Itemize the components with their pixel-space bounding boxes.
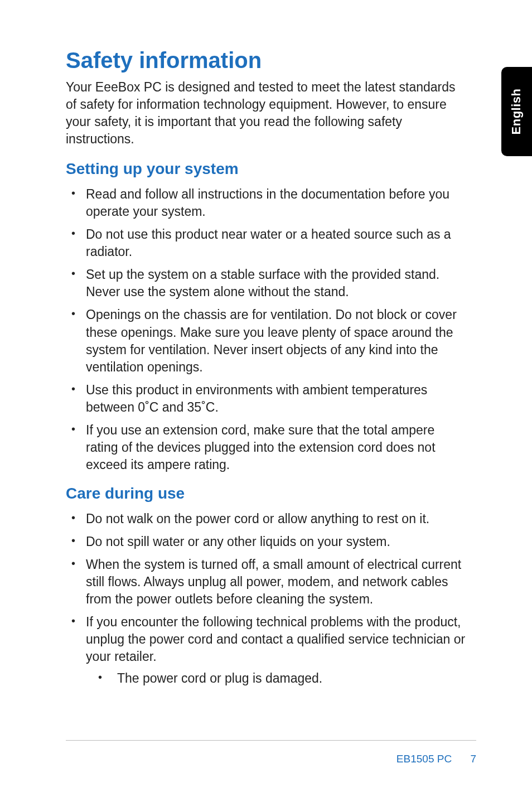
footer-model: EB1505 PC xyxy=(396,753,452,765)
page-title: Safety information xyxy=(66,48,466,73)
page-footer: EB1505 PC 7 xyxy=(66,740,476,765)
list-item: Openings on the chassis are for ventilat… xyxy=(66,306,466,375)
care-sublist: The power cord or plug is damaged. xyxy=(86,670,466,687)
intro-paragraph: Your EeeBox PC is designed and tested to… xyxy=(66,79,466,148)
setup-list: Read and follow all instructions in the … xyxy=(66,186,466,474)
footer-page-number: 7 xyxy=(470,753,476,765)
list-item: Do not walk on the power cord or allow a… xyxy=(66,510,466,528)
list-item: Do not spill water or any other liquids … xyxy=(66,533,466,550)
list-item: Do not use this product near water or a … xyxy=(66,226,466,260)
section-heading-care: Care during use xyxy=(66,485,466,503)
care-list: Do not walk on the power cord or allow a… xyxy=(66,510,466,687)
list-item: If you use an extension cord, make sure … xyxy=(66,422,466,474)
list-item: The power cord or plug is damaged. xyxy=(86,670,466,687)
list-item: Read and follow all instructions in the … xyxy=(66,186,466,220)
list-item: If you encounter the following technical… xyxy=(66,613,466,687)
list-item: When the system is turned off, a small a… xyxy=(66,556,466,608)
list-item: Set up the system on a stable surface wi… xyxy=(66,266,466,301)
page-container: English Safety information Your EeeBox P… xyxy=(0,0,532,802)
language-tab-label: English xyxy=(510,89,524,135)
section-heading-setup: Setting up your system xyxy=(66,160,466,178)
list-item: Use this product in environments with am… xyxy=(66,381,466,416)
list-item-text: If you encounter the following technical… xyxy=(86,615,465,664)
language-tab: English xyxy=(501,67,532,156)
